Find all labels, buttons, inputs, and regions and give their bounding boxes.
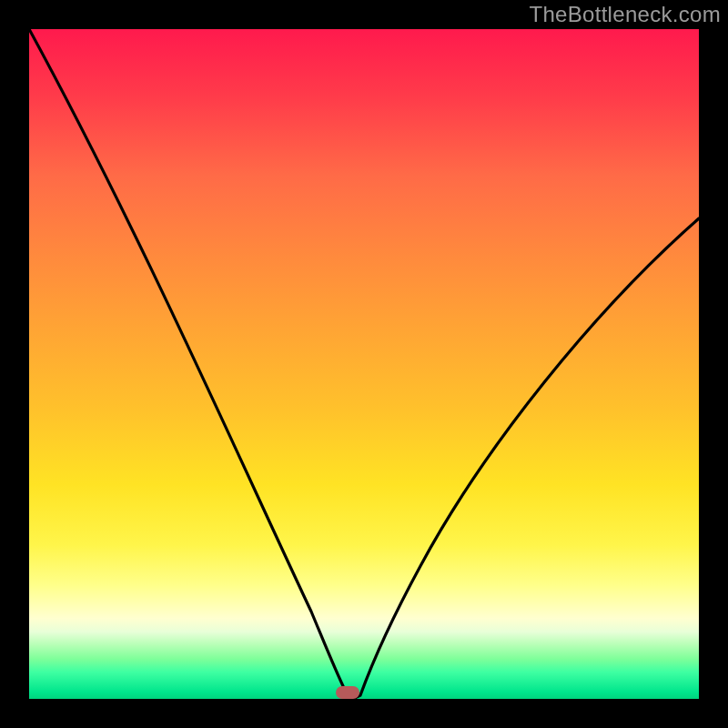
watermark-text: TheBottleneck.com [529, 2, 721, 27]
bottleneck-curve [29, 29, 699, 699]
plot-area [29, 29, 699, 699]
min-marker [336, 686, 359, 699]
curve-path [29, 29, 699, 699]
chart-frame: TheBottleneck.com [0, 0, 728, 728]
